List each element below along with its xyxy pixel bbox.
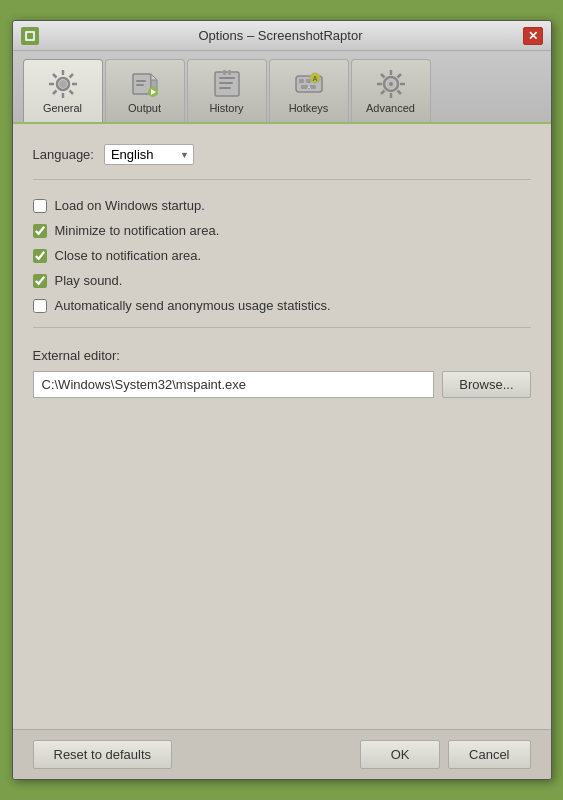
checkbox-minimize-notify-label: Minimize to notification area. <box>55 223 220 238</box>
external-editor-row: Browse... <box>33 371 531 398</box>
app-icon <box>21 27 39 45</box>
ok-button[interactable]: OK <box>360 740 440 769</box>
output-icon <box>127 66 163 102</box>
external-editor-section: External editor: Browse... <box>33 348 531 398</box>
tab-hotkeys-label: Hotkeys <box>289 102 329 114</box>
svg-text:A: A <box>312 75 317 82</box>
footer-left: Reset to defaults <box>33 740 173 769</box>
svg-rect-15 <box>136 80 146 82</box>
language-row: Language: English German French Spanish … <box>33 144 531 180</box>
svg-marker-14 <box>151 74 157 80</box>
reset-button[interactable]: Reset to defaults <box>33 740 173 769</box>
checkbox-anon-stats-label: Automatically send anonymous usage stati… <box>55 298 331 313</box>
title-bar: Options – ScreenshotRaptor ✕ <box>13 21 551 51</box>
external-editor-input[interactable] <box>33 371 435 398</box>
svg-line-8 <box>69 91 73 95</box>
svg-rect-26 <box>299 79 304 83</box>
cancel-button[interactable]: Cancel <box>448 740 530 769</box>
close-button[interactable]: ✕ <box>523 27 543 45</box>
tab-advanced[interactable]: Advanced <box>351 59 431 122</box>
checkbox-anon-stats[interactable]: Automatically send anonymous usage stati… <box>33 298 531 313</box>
history-icon <box>209 66 245 102</box>
svg-line-39 <box>397 91 401 95</box>
checkbox-play-sound-input[interactable] <box>33 274 47 288</box>
svg-line-38 <box>381 74 385 78</box>
language-label: Language: <box>33 147 94 162</box>
hotkeys-icon: A A <box>291 66 327 102</box>
footer-right: OK Cancel <box>360 740 530 769</box>
svg-rect-23 <box>223 70 226 75</box>
main-window: Options – ScreenshotRaptor ✕ Ge <box>12 20 552 780</box>
external-editor-label: External editor: <box>33 348 531 363</box>
tab-general[interactable]: General <box>23 59 103 122</box>
advanced-icon <box>373 66 409 102</box>
svg-line-40 <box>397 74 401 78</box>
svg-rect-24 <box>228 70 231 75</box>
svg-point-43 <box>389 82 393 86</box>
checkbox-play-sound-label: Play sound. <box>55 273 123 288</box>
checkbox-load-startup-label: Load on Windows startup. <box>55 198 205 213</box>
tab-advanced-label: Advanced <box>366 102 415 114</box>
checkbox-anon-stats-input[interactable] <box>33 299 47 313</box>
tab-general-label: General <box>43 102 82 114</box>
checkbox-close-notify[interactable]: Close to notification area. <box>33 248 531 263</box>
svg-point-11 <box>59 80 67 88</box>
checkbox-minimize-notify-input[interactable] <box>33 224 47 238</box>
language-select[interactable]: English German French Spanish Russian <box>104 144 194 165</box>
checkbox-close-notify-label: Close to notification area. <box>55 248 202 263</box>
checkbox-close-notify-input[interactable] <box>33 249 47 263</box>
content-area: Language: English German French Spanish … <box>13 124 551 729</box>
svg-rect-22 <box>219 87 231 89</box>
language-select-wrapper[interactable]: English German French Spanish Russian <box>104 144 194 165</box>
checkbox-play-sound[interactable]: Play sound. <box>33 273 531 288</box>
tab-output[interactable]: Output <box>105 59 185 122</box>
window-title: Options – ScreenshotRaptor <box>39 28 523 43</box>
checkbox-group: Load on Windows startup. Minimize to not… <box>33 198 531 328</box>
svg-rect-20 <box>219 77 235 79</box>
checkbox-minimize-notify[interactable]: Minimize to notification area. <box>33 223 531 238</box>
checkbox-load-startup[interactable]: Load on Windows startup. <box>33 198 531 213</box>
footer: Reset to defaults OK Cancel <box>13 729 551 779</box>
tab-hotkeys[interactable]: A A Hotkeys <box>269 59 349 122</box>
svg-rect-16 <box>136 84 144 86</box>
tab-bar: General Output <box>13 51 551 124</box>
gear-icon <box>45 66 81 102</box>
browse-button[interactable]: Browse... <box>442 371 530 398</box>
tab-history-label: History <box>209 102 243 114</box>
svg-line-41 <box>381 91 385 95</box>
svg-line-10 <box>53 91 57 95</box>
svg-line-7 <box>53 74 57 78</box>
tab-history[interactable]: History <box>187 59 267 122</box>
tab-output-label: Output <box>128 102 161 114</box>
svg-rect-21 <box>219 82 233 84</box>
checkbox-load-startup-input[interactable] <box>33 199 47 213</box>
svg-rect-1 <box>27 33 33 39</box>
svg-line-9 <box>69 74 73 78</box>
